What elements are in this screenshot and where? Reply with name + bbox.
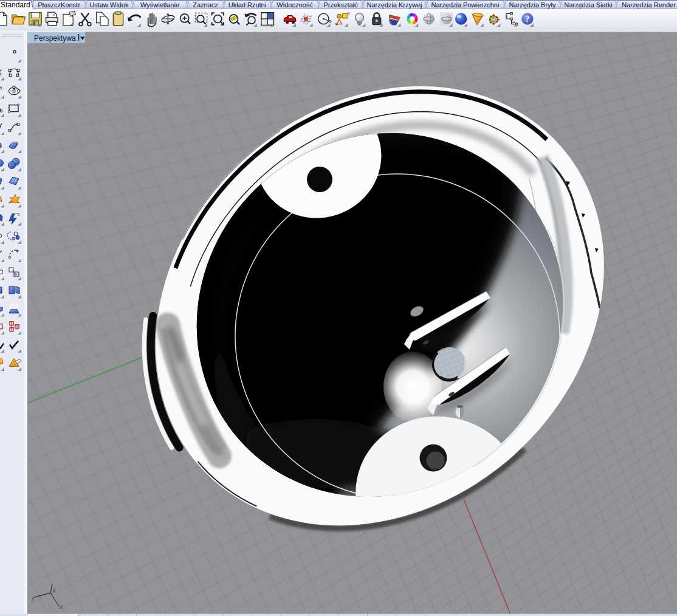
svg-text:Ustaw Widok: Ustaw Widok: [89, 1, 129, 9]
svg-text:PłaszczKonstr: PłaszczKonstr: [38, 1, 80, 9]
svg-text:z: z: [52, 586, 56, 594]
svg-text:Wyświetlanie: Wyświetlanie: [140, 1, 179, 9]
svg-text:Perspektywa: Perspektywa: [34, 34, 76, 43]
svg-text:Widoczność: Widoczność: [277, 1, 313, 9]
svg-text:y: y: [31, 594, 35, 601]
svg-text:Standard: Standard: [1, 1, 30, 9]
svg-text:Narzędzia Bryły: Narzędzia Bryły: [509, 1, 556, 9]
svg-text:?: ?: [525, 14, 529, 24]
svg-text:Układ Rzutni: Układ Rzutni: [229, 1, 266, 9]
svg-text:Zaznacz: Zaznacz: [193, 1, 218, 9]
svg-text:Narzędzia Powierzchni: Narzędzia Powierzchni: [431, 1, 500, 9]
svg-text:x: x: [59, 603, 63, 610]
svg-text:Narzędzia Render: Narzędzia Render: [622, 1, 676, 9]
svg-text:Narzędzia Siatki: Narzędzia Siatki: [564, 1, 612, 9]
svg-text:Przekształć: Przekształć: [323, 1, 358, 9]
svg-text:Narzędzia Krzywej: Narzędzia Krzywej: [366, 1, 422, 9]
